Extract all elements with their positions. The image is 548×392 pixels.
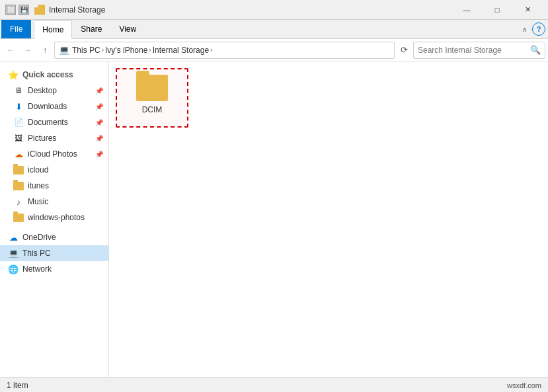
sidebar-item-documents[interactable]: 📄 Documents 📌 bbox=[0, 114, 108, 130]
sidebar-label-this-pc: This PC bbox=[22, 249, 51, 258]
tab-view[interactable]: View bbox=[110, 20, 145, 38]
sidebar-item-onedrive[interactable]: ☁ OneDrive bbox=[0, 229, 108, 245]
sidebar: ⭐ Quick access 🖥 Desktop 📌 ⬇ Downloads 📌… bbox=[0, 61, 109, 377]
search-input[interactable] bbox=[418, 46, 528, 55]
ribbon-collapse-button[interactable]: ∧ bbox=[519, 24, 529, 34]
sidebar-label-quick-access: Quick access bbox=[22, 70, 73, 79]
system-icon-1: ⬜ bbox=[5, 5, 16, 15]
title-bar: ⬜ 💾 Internal Storage — □ ✕ bbox=[0, 0, 548, 20]
search-box[interactable]: 🔍 bbox=[413, 42, 545, 59]
pictures-icon: 🖼 bbox=[13, 133, 24, 143]
onedrive-icon: ☁ bbox=[8, 232, 19, 243]
content-area: DCIM bbox=[109, 61, 548, 377]
status-brand: wsxdf.com bbox=[507, 381, 541, 389]
breadcrumb[interactable]: 💻 This PC › Ivy's iPhone › Internal Stor… bbox=[54, 42, 395, 59]
this-pc-icon: 💻 bbox=[8, 248, 19, 258]
status-right: wsxdf.com bbox=[507, 381, 541, 389]
icloud-folder-icon bbox=[13, 165, 24, 175]
sidebar-item-windows-photos[interactable]: windows-photos bbox=[0, 210, 108, 225]
icloud-pin-icon: 📌 bbox=[95, 151, 103, 158]
dcim-folder-icon bbox=[136, 75, 168, 101]
music-icon: ♪ bbox=[13, 196, 24, 207]
title-folder-icon bbox=[34, 5, 45, 15]
documents-pin-icon: 📌 bbox=[95, 119, 103, 126]
icloud-photos-icon: ☁ bbox=[13, 149, 24, 159]
itunes-folder-icon bbox=[13, 180, 24, 191]
tab-home[interactable]: Home bbox=[34, 20, 72, 39]
network-icon: 🌐 bbox=[8, 264, 19, 274]
documents-icon: 📄 bbox=[13, 117, 24, 128]
breadcrumb-sep-1: › bbox=[102, 46, 104, 54]
tab-share[interactable]: Share bbox=[72, 20, 110, 38]
sidebar-item-music[interactable]: ♪ Music bbox=[0, 194, 108, 210]
sidebar-item-desktop[interactable]: 🖥 Desktop 📌 bbox=[0, 83, 108, 98]
breadcrumb-sep-2: › bbox=[149, 46, 151, 54]
tab-file[interactable]: File bbox=[1, 20, 31, 38]
sidebar-item-quick-access[interactable]: ⭐ Quick access bbox=[0, 67, 108, 83]
close-button[interactable]: ✕ bbox=[512, 0, 543, 20]
sidebar-label-pictures: Pictures bbox=[28, 134, 56, 143]
search-icon: 🔍 bbox=[530, 45, 541, 55]
window-controls: — □ ✕ bbox=[451, 0, 543, 20]
address-bar: ← → ↑ 💻 This PC › Ivy's iPhone › Interna… bbox=[0, 39, 548, 61]
folder-dcim[interactable]: DCIM bbox=[116, 68, 188, 128]
help-button[interactable]: ? bbox=[532, 22, 545, 36]
minimize-button[interactable]: — bbox=[451, 0, 482, 20]
main-layout: ⭐ Quick access 🖥 Desktop 📌 ⬇ Downloads 📌… bbox=[0, 61, 548, 377]
title-bar-system-icons: ⬜ 💾 bbox=[5, 5, 29, 15]
status-item-count: 1 item bbox=[7, 381, 28, 390]
downloads-pin-icon: 📌 bbox=[95, 103, 103, 110]
sidebar-label-onedrive: OneDrive bbox=[22, 233, 56, 242]
sidebar-item-icloud-photos[interactable]: ☁ iCloud Photos 📌 bbox=[0, 146, 108, 162]
system-icon-2: 💾 bbox=[19, 5, 29, 15]
breadcrumb-internal-storage[interactable]: Internal Storage bbox=[153, 46, 209, 55]
refresh-button[interactable]: ⟳ bbox=[396, 42, 412, 58]
breadcrumb-pc-icon: 💻 bbox=[59, 45, 69, 55]
up-button[interactable]: ↑ bbox=[37, 42, 53, 58]
desktop-icon: 🖥 bbox=[13, 85, 24, 96]
desktop-pin-icon: 📌 bbox=[95, 87, 103, 95]
sidebar-item-pictures[interactable]: 🖼 Pictures 📌 bbox=[0, 130, 108, 146]
sidebar-label-desktop: Desktop bbox=[28, 86, 57, 95]
maximize-button[interactable]: □ bbox=[482, 0, 512, 20]
window-title: Internal Storage bbox=[49, 5, 451, 15]
breadcrumb-this-pc[interactable]: This PC bbox=[72, 46, 100, 55]
windows-photos-folder-icon bbox=[13, 212, 24, 223]
sidebar-item-downloads[interactable]: ⬇ Downloads 📌 bbox=[0, 98, 108, 114]
ribbon: File Home Share View ∧ ? bbox=[0, 20, 548, 39]
dcim-label: DCIM bbox=[142, 105, 163, 114]
pictures-pin-icon: 📌 bbox=[95, 135, 103, 142]
sidebar-label-documents: Documents bbox=[28, 118, 68, 127]
forward-button[interactable]: → bbox=[20, 42, 36, 58]
sidebar-item-itunes[interactable]: itunes bbox=[0, 178, 108, 194]
sidebar-label-downloads: Downloads bbox=[28, 102, 67, 111]
sidebar-item-icloud[interactable]: icloud bbox=[0, 162, 108, 178]
sidebar-label-music: Music bbox=[28, 197, 48, 206]
sidebar-label-icloud-photos: iCloud Photos bbox=[28, 149, 77, 159]
back-button[interactable]: ← bbox=[3, 42, 19, 58]
downloads-icon: ⬇ bbox=[13, 101, 24, 112]
breadcrumb-sep-3: › bbox=[210, 46, 212, 54]
sidebar-label-icloud: icloud bbox=[28, 165, 48, 175]
status-bar: 1 item wsxdf.com bbox=[0, 377, 548, 392]
quick-access-icon: ⭐ bbox=[8, 69, 19, 80]
sidebar-item-network[interactable]: 🌐 Network bbox=[0, 261, 108, 277]
ribbon-tabs: File Home Share View ∧ ? bbox=[0, 20, 548, 38]
breadcrumb-iphone[interactable]: Ivy's iPhone bbox=[105, 46, 147, 55]
sidebar-label-network: Network bbox=[22, 264, 52, 274]
sidebar-label-windows-photos: windows-photos bbox=[28, 213, 85, 222]
sidebar-label-itunes: itunes bbox=[28, 181, 49, 190]
ribbon-chevron-area: ∧ ? bbox=[519, 22, 548, 36]
sidebar-item-this-pc[interactable]: 💻 This PC bbox=[0, 245, 108, 261]
